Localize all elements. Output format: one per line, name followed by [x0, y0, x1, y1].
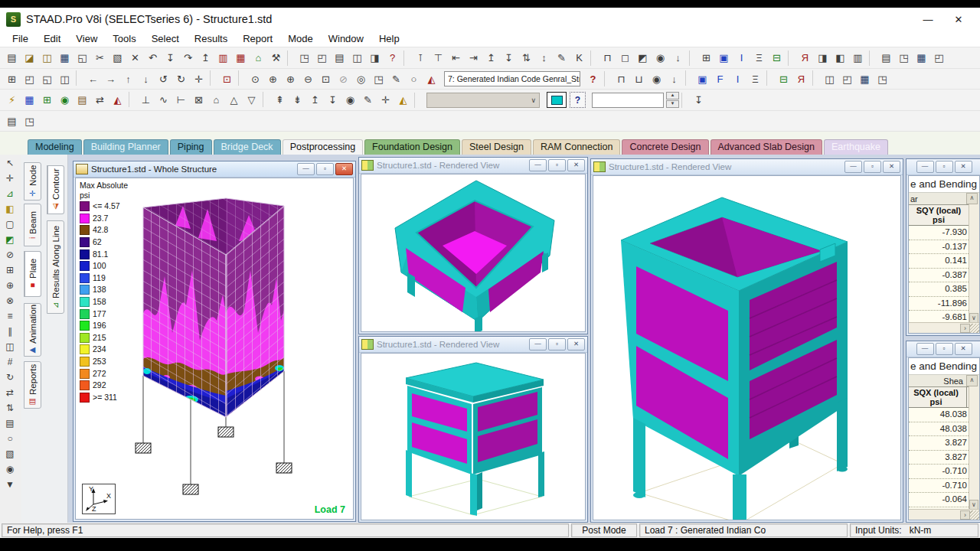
window-titlebar[interactable]: Structure1.std - Whole Structure — ▫ ✕ — [74, 161, 355, 178]
zoom-out[interactable]: ⊖ — [299, 70, 317, 87]
save[interactable]: ▦ — [56, 50, 74, 67]
paste[interactable]: ▧ — [109, 50, 126, 67]
calculator[interactable]: ▦ — [232, 50, 250, 67]
view-isometric[interactable]: ◩ — [634, 50, 652, 67]
open-new-view[interactable]: ◳ — [370, 70, 387, 87]
annotate-view[interactable]: ✎ — [387, 70, 405, 87]
node-cursor[interactable]: ✛ — [2, 171, 18, 185]
scroll-right-icon[interactable]: › — [960, 510, 970, 520]
plate-cursor[interactable]: ◧ — [2, 201, 18, 216]
close-button[interactable]: ✕ — [567, 338, 585, 350]
result-previous[interactable]: ⇞ — [271, 92, 289, 109]
tab-beam[interactable]: iBeam — [24, 204, 41, 246]
rendered-model-canvas[interactable] — [361, 354, 586, 520]
send-view[interactable]: ◰ — [838, 70, 856, 87]
structure-tool[interactable]: ⌂ — [207, 92, 225, 109]
panel-tab-row[interactable]: ar ∧ — [909, 193, 979, 205]
close-button[interactable]: ✕ — [335, 163, 353, 175]
section-display[interactable]: I — [733, 50, 750, 67]
pan-up[interactable]: ↑ — [119, 70, 137, 87]
rendered-view-content[interactable] — [593, 175, 901, 520]
swap-axes[interactable]: ⇄ — [91, 92, 109, 109]
surface-cursor[interactable]: ◩ — [2, 232, 18, 246]
restore-button[interactable]: ▫ — [316, 163, 334, 175]
layout-a[interactable]: ◨ — [814, 50, 831, 67]
section-database[interactable]: ⊟ — [768, 50, 786, 67]
restore-button[interactable]: ▫ — [936, 343, 953, 355]
tile-views[interactable]: ◰ — [930, 50, 948, 67]
cascade-windows[interactable]: ◰ — [21, 70, 38, 87]
close-button[interactable]: ✕ — [567, 159, 585, 171]
report-setup[interactable]: ▤ — [331, 50, 348, 67]
query-tool[interactable]: ○ — [2, 431, 18, 445]
add-to-selection[interactable]: ⊕ — [2, 278, 18, 292]
flip-view-tool[interactable]: ⇅ — [2, 400, 18, 415]
panel-tab-label[interactable]: Shea — [943, 377, 963, 386]
workflow-tab[interactable]: Concrete Design — [622, 139, 708, 155]
min-result[interactable]: ↧ — [324, 92, 341, 109]
menu-item[interactable]: Help — [371, 33, 407, 44]
database-tool[interactable]: ⊟ — [775, 70, 792, 87]
delete[interactable]: ✕ — [126, 50, 144, 67]
spinner-down-icon[interactable]: ▼ — [666, 100, 679, 108]
load-down[interactable]: ↓ — [665, 70, 683, 87]
view-origin[interactable]: ✛ — [190, 70, 207, 87]
diagrams[interactable]: ◭ — [109, 92, 126, 109]
rendered-view-tool[interactable]: ▣ — [694, 70, 711, 87]
panel-titlebar[interactable]: — ▫ ✕ — [906, 159, 980, 175]
perspective-view[interactable]: ◭ — [423, 70, 440, 87]
max-result[interactable]: ↥ — [306, 92, 324, 109]
whats-this-button[interactable]: ? — [570, 92, 586, 108]
contour-view-content[interactable]: Max Absolute psi <= 4.57 23.7 — [75, 178, 354, 520]
select-parallel[interactable]: ∥ — [2, 324, 18, 338]
print[interactable]: ◳ — [296, 50, 313, 67]
insert-node-right[interactable]: ⇥ — [465, 50, 482, 67]
dock-view[interactable]: ↓ — [669, 50, 687, 67]
app-close-button[interactable]: ✕ — [943, 14, 974, 25]
solid-cursor[interactable]: ▢ — [2, 217, 18, 231]
beam-tables[interactable]: ⊞ — [38, 92, 56, 109]
save-view[interactable]: ▦ — [913, 50, 930, 67]
workflow-tab[interactable]: Building Planner — [83, 139, 168, 155]
rendered-view-content[interactable] — [361, 174, 586, 332]
spinner-up-icon[interactable]: ▲ — [666, 92, 679, 99]
tile-windows[interactable]: ◱ — [38, 70, 56, 87]
select-flange[interactable]: ◫ — [2, 339, 18, 354]
undo[interactable]: ↶ — [144, 50, 162, 67]
help-topics[interactable]: ? — [384, 50, 401, 67]
tab-contour[interactable]: ◭Contour — [47, 165, 64, 214]
properties-tool[interactable]: ▤ — [2, 416, 18, 430]
minimize-button[interactable]: — — [916, 161, 934, 173]
select-cursor[interactable]: ↖ — [2, 155, 18, 170]
menu-item[interactable]: Mode — [280, 33, 321, 44]
view-result[interactable]: ◉ — [341, 92, 359, 109]
tab-node[interactable]: ✛Node — [24, 162, 41, 201]
minimize-button[interactable]: — — [916, 343, 934, 355]
query-member[interactable]: ✎ — [553, 50, 570, 67]
target-node[interactable]: ✛ — [377, 92, 394, 109]
restore-button[interactable]: ▫ — [548, 159, 566, 171]
search-view[interactable]: ○ — [405, 70, 423, 87]
export-report[interactable]: ◫ — [348, 50, 366, 67]
redo[interactable]: ↷ — [179, 50, 197, 67]
restore-button[interactable]: ▫ — [548, 338, 566, 350]
print-current-view[interactable]: ◳ — [895, 50, 913, 67]
print-preview[interactable]: ◰ — [313, 50, 331, 67]
window-titlebar[interactable]: Structure1.std - Rendered View — ▫ ✕ — [359, 158, 587, 174]
reverse-axis[interactable]: Я — [796, 50, 814, 67]
workflow-tab[interactable]: Modeling — [28, 139, 82, 155]
split-window[interactable]: ◫ — [56, 70, 74, 87]
apply-down-icon[interactable]: ↧ — [690, 92, 707, 109]
workflow-tab[interactable]: Steel Design — [462, 139, 531, 155]
scroll-right-icon[interactable]: › — [960, 324, 970, 333]
undo-all[interactable]: ↧ — [162, 50, 179, 67]
window-titlebar[interactable]: Structure1.std - Rendered View — ▫ ✕ — [591, 159, 903, 175]
menu-item[interactable]: Report — [235, 33, 280, 44]
zoom-all[interactable]: ◎ — [352, 70, 370, 87]
members-tool[interactable]: ⊠ — [190, 92, 207, 109]
orbit-view[interactable]: ◉ — [652, 50, 669, 67]
beam-labels-font[interactable]: F — [711, 70, 729, 87]
workflow-tab[interactable]: Piping — [170, 139, 212, 155]
panel-titlebar[interactable]: — ▫ ✕ — [906, 341, 980, 357]
menu-item[interactable]: Tools — [105, 33, 143, 44]
